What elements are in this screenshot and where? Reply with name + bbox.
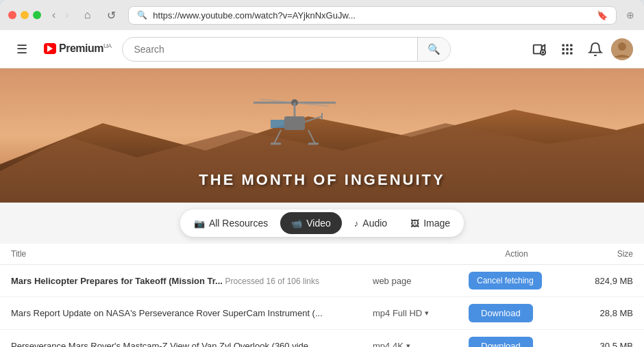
- col-size: Size: [565, 249, 633, 259]
- video-icon: 📹: [291, 218, 302, 229]
- camera-icon: 📷: [194, 218, 205, 229]
- row-size-3: 30,5 MB: [565, 341, 633, 347]
- svg-rect-24: [284, 116, 305, 130]
- cancel-fetching-button[interactable]: Cancel fetching: [469, 272, 542, 290]
- dropdown-icon-3[interactable]: ▾: [406, 342, 410, 347]
- row-title-2: Mars Report Update on NASA's Perseveranc…: [11, 308, 373, 318]
- close-button[interactable]: [8, 11, 16, 19]
- search-input[interactable]: [123, 38, 417, 60]
- table-row: Mars Helicopter Prepares for Takeoff (Mi…: [0, 265, 644, 297]
- tab-image-label: Image: [423, 218, 450, 229]
- yt-header: ☰ PremiumUA 🔍: [0, 30, 644, 68]
- row-action-1: Cancel fetching: [469, 272, 565, 290]
- extensions-button[interactable]: ⊕: [625, 8, 636, 22]
- filter-tabs: 📷 All Resources 📹 Video ♪ Audio 🖼 Image: [180, 209, 464, 237]
- svg-point-16: [618, 42, 626, 51]
- traffic-lights: [8, 11, 41, 19]
- url-text: https://www.youtube.com/watch?v=AYjknNxG…: [153, 10, 591, 21]
- tab-audio-label: Audio: [362, 218, 387, 229]
- row-size-2: 28,8 MB: [565, 308, 633, 318]
- table-row: Perseverance Mars Rover's Mastcam-Z View…: [0, 330, 644, 347]
- row-size-1: 824,9 MB: [565, 276, 633, 286]
- col-action: Action: [469, 249, 565, 259]
- svg-rect-13: [566, 52, 568, 54]
- row-type-2: mp4 Full HD ▾: [373, 308, 469, 318]
- apps-button[interactable]: [555, 37, 580, 62]
- filter-tabs-wrapper: 📷 All Resources 📹 Video ♪ Audio 🖼 Image: [0, 203, 644, 244]
- yt-logo-sup: UA: [103, 42, 112, 49]
- row-title-1: Mars Helicopter Prepares for Takeoff (Mi…: [11, 276, 373, 286]
- dropdown-icon-2[interactable]: ▾: [425, 309, 429, 318]
- tab-video[interactable]: 📹 Video: [280, 212, 342, 234]
- browser-window: ‹ › ⌂ ↺ 🔍 https://www.youtube.com/watch?…: [0, 0, 644, 347]
- create-button[interactable]: [526, 36, 552, 62]
- row-action-2: Download: [469, 304, 565, 322]
- forward-button[interactable]: ›: [62, 8, 71, 23]
- row-title-3: Perseverance Mars Rover's Mastcam-Z View…: [11, 341, 373, 347]
- svg-rect-10: [566, 48, 568, 50]
- download-button-2[interactable]: Download: [469, 337, 533, 347]
- video-title-overlay: THE MONTH OF INGENUITY: [0, 171, 644, 189]
- yt-logo-icon: [44, 43, 56, 54]
- image-icon: 🖼: [410, 218, 419, 229]
- home-button[interactable]: ⌂: [80, 8, 95, 23]
- row-main-title-1: Mars Helicopter Prepares for Takeoff (Mi…: [11, 276, 223, 286]
- nav-buttons: ‹ ›: [49, 8, 72, 23]
- tab-video-label: Video: [306, 218, 331, 229]
- table-header: Title Action Size: [0, 244, 644, 265]
- back-button[interactable]: ‹: [49, 8, 58, 23]
- tab-all-label: All Resources: [209, 218, 268, 229]
- row-type-3: mp4 4K ▾: [373, 341, 469, 347]
- avatar[interactable]: [611, 38, 633, 60]
- title-bar: ‹ › ⌂ ↺ 🔍 https://www.youtube.com/watch?…: [0, 0, 644, 30]
- svg-rect-6: [562, 44, 565, 46]
- download-button-1[interactable]: Download: [469, 304, 533, 322]
- share-button[interactable]: ↺: [103, 8, 120, 23]
- row-type-1: web page: [373, 276, 469, 286]
- table-container: Title Action Size Mars Helicopter Prepar…: [0, 244, 644, 347]
- search-icon: 🔍: [137, 10, 147, 20]
- svg-rect-14: [570, 52, 572, 54]
- header-right-icons: [526, 36, 633, 62]
- type-text-3: mp4 4K: [373, 341, 404, 347]
- table-row: Mars Report Update on NASA's Perseveranc…: [0, 297, 644, 330]
- type-text-1: web page: [373, 276, 411, 286]
- fullscreen-button[interactable]: [33, 11, 41, 19]
- svg-rect-7: [566, 44, 568, 46]
- search-button[interactable]: 🔍: [417, 38, 450, 61]
- svg-rect-9: [562, 48, 565, 50]
- svg-rect-29: [271, 120, 284, 128]
- audio-icon: ♪: [354, 218, 359, 229]
- notifications-button[interactable]: [582, 36, 608, 62]
- col-title: Title: [11, 249, 373, 259]
- search-container: 🔍: [122, 37, 451, 62]
- svg-rect-11: [570, 48, 572, 50]
- row-action-3: Download: [469, 337, 565, 347]
- tab-all-resources[interactable]: 📷 All Resources: [183, 212, 279, 234]
- address-bar[interactable]: 🔍 https://www.youtube.com/watch?v=AYjknN…: [128, 6, 617, 25]
- svg-rect-12: [562, 52, 565, 54]
- col-spacer: [373, 249, 469, 259]
- row-processing-1: Processed 16 of 106 links: [225, 277, 319, 286]
- type-text-2: mp4 Full HD: [373, 308, 422, 318]
- minimize-button[interactable]: [21, 11, 29, 19]
- svg-rect-8: [570, 44, 572, 46]
- tab-image[interactable]: 🖼 Image: [399, 212, 461, 234]
- yt-logo-text: PremiumUA: [59, 42, 111, 55]
- tab-audio[interactable]: ♪ Audio: [343, 212, 398, 234]
- video-thumbnail: THE MONTH OF INGENUITY: [0, 68, 644, 203]
- menu-icon[interactable]: ☰: [11, 36, 33, 62]
- play-triangle-icon: [47, 45, 53, 52]
- bookmark-icon: 🔖: [597, 10, 608, 21]
- yt-logo[interactable]: PremiumUA: [44, 42, 111, 55]
